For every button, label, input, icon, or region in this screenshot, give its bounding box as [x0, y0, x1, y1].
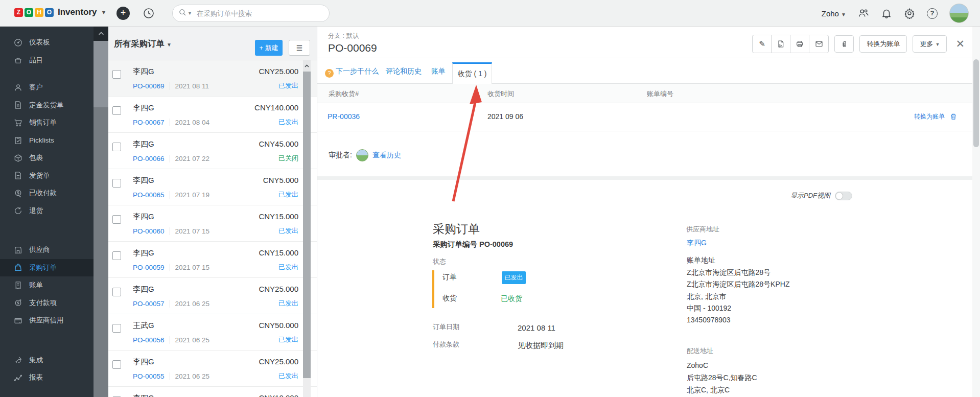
sidebar-item[interactable]: Picklists	[0, 132, 94, 150]
po-list-row[interactable]: 李四GCNY5.000 PO-000652021 07 19已发出	[108, 169, 317, 205]
sidebar-item[interactable]: 账单	[0, 276, 94, 294]
email-icon[interactable]	[809, 35, 828, 53]
row-convert-to-bill-link[interactable]: 转换为账单	[914, 112, 945, 121]
po-number-link[interactable]: PO-00065	[133, 191, 165, 199]
settings-gear-icon[interactable]	[904, 8, 915, 19]
sidebar-item-label: 账单	[29, 281, 43, 290]
sidebar-item[interactable]: 包裹	[0, 149, 94, 167]
view-history-link[interactable]: 查看历史	[372, 151, 401, 160]
po-number-link[interactable]: PO-00069	[133, 82, 165, 90]
row-checkbox[interactable]	[112, 70, 121, 79]
pdf-view-toggle[interactable]	[835, 192, 852, 200]
list-title-dropdown[interactable]: 所有采购订单▼	[114, 38, 172, 50]
sidebar-item[interactable]: 品目	[0, 52, 94, 69]
sidebar-item-label: 集成	[29, 356, 43, 365]
row-checkbox[interactable]	[112, 215, 121, 224]
po-status: 已发出	[278, 118, 298, 127]
notifications-bell-icon[interactable]	[881, 8, 892, 19]
po-number-link[interactable]: PO-00060	[133, 227, 165, 235]
quick-create-button[interactable]: +	[116, 7, 130, 20]
sidebar-nav: 仪表板品目 客户定金发货单销售订单Picklists包裹发货单已收付款退货 供应…	[0, 27, 94, 397]
global-search: ▼	[172, 5, 330, 22]
po-number-link[interactable]: PO-00066	[133, 155, 165, 162]
sidebar-item[interactable]: 已收付款	[0, 184, 94, 202]
row-checkbox[interactable]	[112, 288, 121, 296]
sidebar-item[interactable]: 客户	[0, 79, 94, 97]
users-icon[interactable]	[858, 8, 869, 19]
edit-pencil-icon[interactable]: ✎	[753, 35, 772, 53]
po-date: 2021 06 25	[170, 300, 210, 308]
sidebar-item[interactable]: 供应商信用	[0, 312, 94, 330]
search-input[interactable]	[197, 10, 323, 17]
tab-receives-active[interactable]: 收货 ( 1 )	[452, 62, 492, 84]
sidebar-item[interactable]: 采购订单	[0, 259, 94, 277]
receive-row[interactable]: PR-00036 2021 09 06 转换为账单	[317, 103, 980, 131]
pdf-icon[interactable]	[772, 35, 790, 53]
row-checkbox[interactable]	[112, 360, 121, 369]
list-scroll-thumb[interactable]	[303, 72, 311, 378]
receipt-number-link[interactable]: PR-00036	[328, 112, 360, 121]
org-switcher[interactable]: Zoho ▼	[822, 9, 846, 18]
po-number-link[interactable]: PO-00067	[133, 119, 165, 126]
sidebar-item[interactable]: 退货	[0, 202, 94, 220]
row-checkbox[interactable]	[112, 143, 121, 151]
sidebar-item[interactable]: 支付款项	[0, 294, 94, 312]
close-icon[interactable]: ✕	[953, 38, 967, 50]
list-scrollbar[interactable]	[303, 60, 311, 397]
scroll-up-icon[interactable]	[94, 27, 108, 41]
more-button[interactable]: 更多▼	[913, 35, 947, 53]
delete-trash-icon[interactable]	[950, 113, 957, 121]
chevron-down-icon: ▼	[841, 12, 846, 17]
help-icon[interactable]: ?	[927, 8, 938, 19]
sidebar-item[interactable]: 集成	[0, 352, 94, 369]
sidebar-item[interactable]: 定金发货单	[0, 97, 94, 114]
sidebar-scrollbar[interactable]	[94, 27, 108, 397]
po-list-row[interactable]: 李四GCNY25.000 PO-000552021 06 25已发出	[108, 351, 317, 387]
bag-icon	[14, 263, 22, 272]
tab-comments-history[interactable]: 评论和历史	[386, 67, 422, 76]
search-icon[interactable]	[179, 9, 186, 18]
po-number-link[interactable]: PO-00057	[133, 300, 165, 308]
po-number-link[interactable]: PO-00056	[133, 336, 165, 344]
po-list-row[interactable]: 李四GCNY25.000 PO-000572021 06 25已发出	[108, 278, 317, 314]
po-rows: 李四GCNY25.000 PO-000692021 08 11已发出 李四GCN…	[108, 60, 317, 397]
po-list-row[interactable]: 李四GCNY15.000 PO-000602021 07 15已发出	[108, 205, 317, 242]
sidebar-scroll-thumb[interactable]	[94, 41, 108, 107]
row-checkbox[interactable]	[112, 251, 121, 260]
sidebar-item[interactable]: 报表	[0, 369, 94, 387]
row-checkbox[interactable]	[112, 179, 121, 188]
new-po-button[interactable]: + 新建	[255, 40, 283, 56]
po-amount: CNY25.000	[259, 285, 298, 294]
gauge-icon	[14, 38, 22, 47]
detail-scroll-thumb[interactable]	[973, 59, 979, 147]
po-list-row[interactable]: 李四GCNY45.000 PO-000662021 07 22已关闭	[108, 133, 317, 169]
recent-history-icon[interactable]	[143, 7, 155, 19]
po-list-row[interactable]: 王武GCNY50.000 PO-000562021 06 25已发出	[108, 314, 317, 351]
attachment-paperclip-icon[interactable]	[834, 35, 854, 53]
detail-scrollbar[interactable]	[972, 27, 980, 397]
sidebar-item[interactable]: 发货单	[0, 167, 94, 185]
print-icon[interactable]	[790, 35, 809, 53]
po-list-row[interactable]: 李四GCNY140.000 PO-000672021 08 04已发出	[108, 97, 317, 133]
po-number-link[interactable]: PO-00059	[133, 264, 165, 271]
sidebar-item[interactable]: 仪表板	[0, 34, 94, 52]
sidebar-item[interactable]: 销售订单	[0, 114, 94, 132]
sidebar-item-label: 包裹	[29, 153, 43, 162]
po-number-link[interactable]: PO-00055	[133, 372, 165, 380]
scroll-up-icon[interactable]	[303, 60, 311, 72]
tab-bills[interactable]: 账单	[431, 67, 446, 76]
list-options-hamburger-icon[interactable]: ☰	[289, 40, 310, 56]
po-status: 已发出	[278, 371, 298, 381]
po-list-row[interactable]: 李四GCNY25.000 PO-000692021 08 11已发出	[108, 60, 317, 97]
sidebar-item[interactable]: 供应商	[0, 241, 94, 259]
po-list-row[interactable]: 李四GCNY10.000	[108, 387, 317, 397]
row-checkbox[interactable]	[112, 324, 121, 333]
zoho-inventory-logo[interactable]: ZOHO Inventory ▼	[14, 7, 106, 17]
po-list-row[interactable]: 李四GCNY15.000 PO-000592021 07 15已发出	[108, 242, 317, 278]
convert-to-bill-button[interactable]: 转换为账单	[859, 35, 907, 53]
vendor-name-link[interactable]: 李四G	[687, 239, 707, 248]
user-avatar[interactable]	[949, 4, 969, 23]
row-checkbox[interactable]	[112, 106, 121, 115]
tab-next-steps[interactable]: 下一步干什么	[336, 67, 379, 76]
search-scope-caret-icon[interactable]: ▼	[188, 11, 192, 16]
